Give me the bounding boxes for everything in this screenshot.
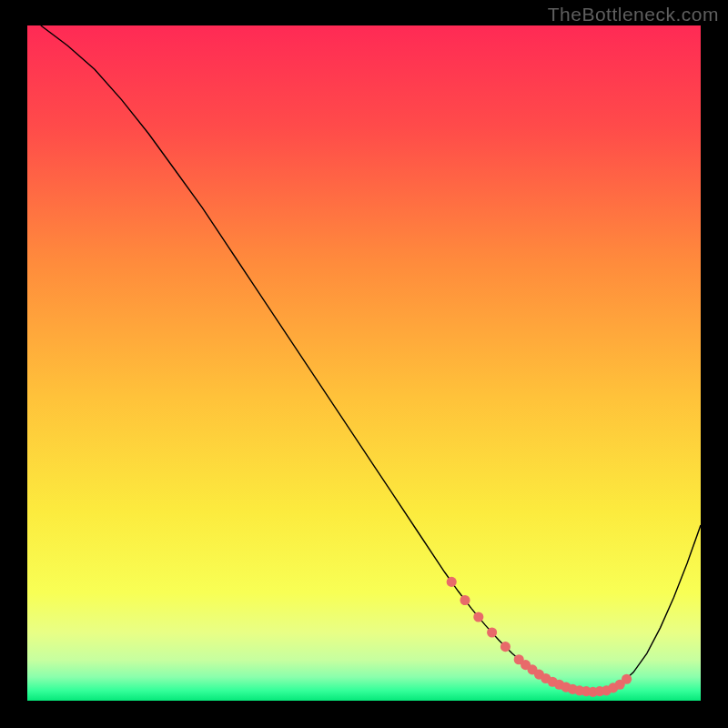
- bottleneck-chart: [27, 25, 701, 701]
- optimal-dot: [622, 674, 632, 684]
- optimal-dot: [460, 595, 470, 605]
- optimal-dot: [473, 612, 483, 622]
- watermark-text: TheBottleneck.com: [548, 4, 719, 25]
- chart-frame: TheBottleneck.com: [0, 0, 728, 728]
- optimal-dot: [447, 577, 457, 587]
- optimal-dot: [487, 627, 497, 637]
- gradient-background: [27, 25, 701, 701]
- optimal-dot: [500, 642, 511, 652]
